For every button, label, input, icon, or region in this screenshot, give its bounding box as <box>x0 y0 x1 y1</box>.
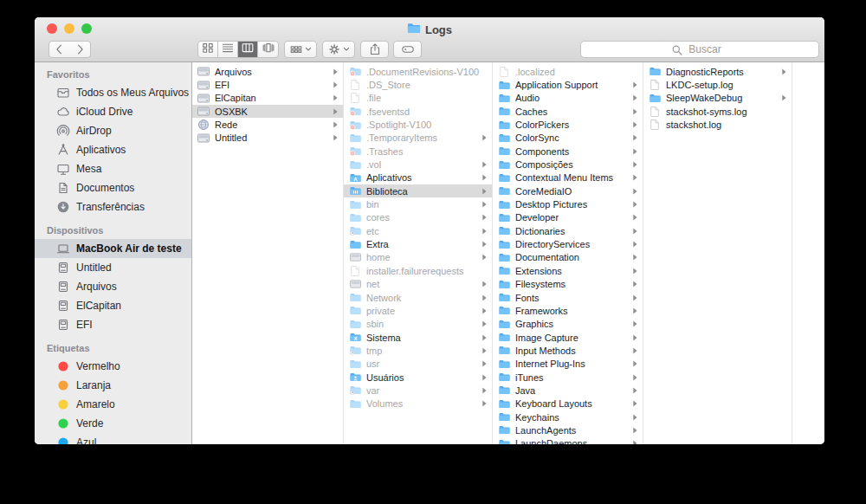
file-row[interactable]: home <box>344 251 492 264</box>
file-row[interactable]: tmp <box>344 344 492 357</box>
file-row[interactable]: .file <box>344 92 492 105</box>
file-row[interactable]: LaunchDaemons <box>493 437 643 444</box>
file-row[interactable]: Keyboard Layouts <box>493 397 643 410</box>
file-row[interactable]: SleepWakeDebug <box>643 92 792 105</box>
file-row[interactable]: Developer <box>493 211 643 224</box>
file-label: Contextual Menu Items <box>515 172 628 183</box>
file-row[interactable]: net <box>344 278 492 291</box>
file-row[interactable]: Image Capture <box>493 331 643 344</box>
sidebar-item-documentos[interactable]: Documentos <box>35 178 191 197</box>
file-row[interactable]: Filesystems <box>493 278 643 291</box>
file-row[interactable]: usr <box>344 358 492 371</box>
file-row[interactable]: Volumes <box>344 397 492 410</box>
sidebar-item-arquivos[interactable]: Arquivos <box>35 277 191 296</box>
file-row[interactable]: iTunes <box>493 371 643 384</box>
file-row[interactable]: ColorPickers <box>493 118 643 131</box>
back-button[interactable] <box>48 41 70 58</box>
file-row[interactable]: Biblioteca <box>344 184 492 197</box>
file-row[interactable]: cores <box>344 211 492 224</box>
file-row[interactable]: Desktop Pictures <box>493 197 643 210</box>
file-row[interactable]: Audio <box>493 92 643 105</box>
action-button[interactable] <box>322 41 355 58</box>
sidebar-item-laranja[interactable]: Laranja <box>35 376 191 395</box>
file-row[interactable]: installer.failurerequests <box>344 264 492 277</box>
file-row[interactable]: .DS_Store <box>344 78 492 91</box>
file-row[interactable]: .Spotlight-V100 <box>344 118 492 131</box>
file-row[interactable]: .TemporaryItems <box>344 132 492 145</box>
file-row[interactable]: Java <box>493 384 643 397</box>
chevron-right-icon <box>482 374 488 381</box>
file-row[interactable]: Keychains <box>493 410 643 423</box>
file-row[interactable]: bin <box>344 197 492 210</box>
file-row[interactable]: LaunchAgents <box>493 423 643 436</box>
share-button[interactable] <box>360 41 389 58</box>
file-row[interactable]: sbin <box>344 318 492 331</box>
file-row[interactable]: Extensions <box>493 264 643 277</box>
sidebar-item-efi[interactable]: EFI <box>35 315 191 334</box>
tags-button[interactable] <box>393 41 422 58</box>
file-row[interactable]: Usuários <box>344 371 492 384</box>
sidebar-item-transfer-ncias[interactable]: Transferências <box>35 197 191 216</box>
list-view-button[interactable] <box>218 42 238 57</box>
column-view-button[interactable] <box>238 42 258 57</box>
sidebar-item-verde[interactable]: Verde <box>35 414 191 433</box>
disk-ext-icon <box>55 280 70 294</box>
sidebar-item-vermelho[interactable]: Vermelho <box>35 357 191 376</box>
sidebar-item-amarelo[interactable]: Amarelo <box>35 395 191 414</box>
file-row[interactable]: Caches <box>493 105 643 118</box>
file-row[interactable]: Graphics <box>493 318 643 331</box>
sidebar-item-todos-os-meus-arquivos[interactable]: Todos os Meus Arquivos <box>35 83 191 102</box>
file-row[interactable]: private <box>344 304 492 317</box>
file-row[interactable]: Internet Plug-Ins <box>493 358 643 371</box>
file-row[interactable]: CoreMediaIO <box>493 184 643 197</box>
file-row[interactable]: Arquivos <box>192 65 343 78</box>
sidebar-item-mesa[interactable]: Mesa <box>35 159 191 178</box>
sidebar-item-untitled[interactable]: Untitled <box>35 258 191 277</box>
sidebar-item-icloud-drive[interactable]: iCloud Drive <box>35 102 191 121</box>
file-row[interactable]: EFI <box>192 78 343 91</box>
file-row[interactable]: Frameworks <box>493 304 643 317</box>
file-row[interactable]: DirectoryServices <box>493 237 643 250</box>
sidebar-item-macbook-air-de-teste[interactable]: MacBook Air de teste <box>35 239 191 258</box>
file-row[interactable]: stackshot.log <box>643 118 792 131</box>
cover-flow-view-button[interactable] <box>258 42 278 57</box>
sidebar-item-aplicativos[interactable]: Aplicativos <box>35 140 191 159</box>
icon-view-button[interactable] <box>198 42 218 57</box>
file-label: Fonts <box>515 293 628 303</box>
file-row[interactable]: .Trashes <box>344 145 492 158</box>
file-row[interactable]: Network <box>344 291 492 304</box>
file-row[interactable]: Components <box>493 145 643 158</box>
file-row[interactable]: etc <box>344 224 492 237</box>
file-row[interactable]: Composições <box>493 158 643 171</box>
file-row[interactable]: Contextual Menu Items <box>493 171 643 184</box>
file-row[interactable]: ElCapitan <box>192 92 343 105</box>
file-row[interactable]: Input Methods <box>493 344 643 357</box>
arrange-button[interactable] <box>284 41 317 58</box>
file-row[interactable]: Extra <box>344 237 492 250</box>
file-row[interactable]: var <box>344 384 492 397</box>
file-row[interactable]: stackshot-syms.log <box>643 105 792 118</box>
file-row[interactable]: .vol <box>344 158 492 171</box>
file-row[interactable]: OSXBK <box>192 105 343 118</box>
file-row[interactable]: Fonts <box>493 291 643 304</box>
file-row[interactable]: ColorSync <box>493 132 643 145</box>
file-row[interactable]: .fseventsd <box>344 105 492 118</box>
file-row[interactable]: Untitled <box>192 132 343 145</box>
forward-button[interactable] <box>69 41 91 58</box>
file-row[interactable]: .DocumentRevisions-V100 <box>344 65 492 78</box>
search-input[interactable] <box>581 42 818 57</box>
file-row[interactable]: LKDC-setup.log <box>643 78 792 91</box>
sidebar-item-azul[interactable]: Azul <box>35 433 191 444</box>
file-row[interactable]: Documentation <box>493 251 643 264</box>
file-row[interactable]: Rede <box>192 118 343 131</box>
file-row[interactable]: XSistema <box>344 331 492 344</box>
file-row[interactable]: DiagnosticReports <box>643 65 792 78</box>
file-row[interactable]: .localized <box>493 65 643 78</box>
file-row[interactable]: Application Support <box>493 78 643 91</box>
cover-flow-view-icon <box>262 41 275 58</box>
sidebar-item-airdrop[interactable]: AirDrop <box>35 121 191 140</box>
file-row[interactable]: AAplicativos <box>344 171 492 184</box>
doc-icon <box>349 93 361 103</box>
file-row[interactable]: Dictionaries <box>493 224 643 237</box>
sidebar-item-elcapitan[interactable]: ElCapitan <box>35 296 191 315</box>
